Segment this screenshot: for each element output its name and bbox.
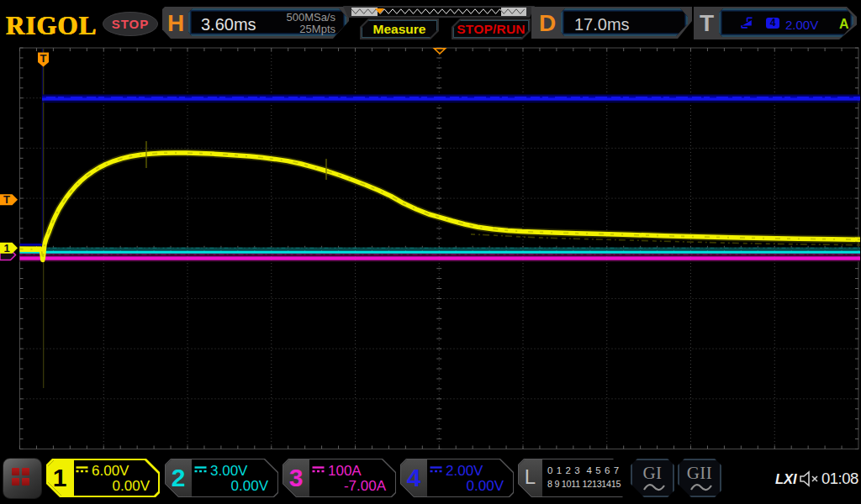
svg-text:T: T bbox=[3, 193, 10, 206]
svg-text:1: 1 bbox=[3, 242, 9, 255]
svg-text:T: T bbox=[40, 52, 47, 65]
